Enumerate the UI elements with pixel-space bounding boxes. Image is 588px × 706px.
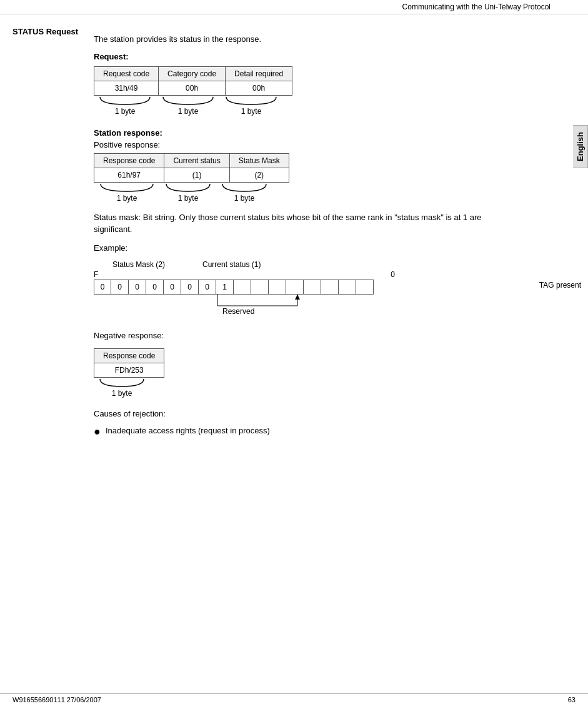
bit-cell-3: 0 xyxy=(146,280,164,295)
byte-label-1: 1 byte xyxy=(178,107,199,116)
bit-cell-5: 0 xyxy=(181,280,199,295)
f-zero-row: F 0 xyxy=(94,270,400,279)
bit-diagram: Status Mask (2) Current status (1) F 0 0… xyxy=(94,260,512,317)
left-bit-cells: 0 0 0 0 0 0 0 1 xyxy=(94,280,234,295)
positive-response-table: Response code Current status Status Mask… xyxy=(94,153,289,183)
positive-brace-row: 1 byte 1 byte 1 byte xyxy=(94,183,512,203)
brace-svg-2 xyxy=(223,96,279,107)
main-content: STATUS Request The station provides its … xyxy=(0,14,550,450)
page-header: Communicating with the Uni-Telway Protoc… xyxy=(0,0,588,14)
request-table: Request code Category code Detail requir… xyxy=(94,66,292,96)
bit-cells-container: 0 0 0 0 0 0 0 1 xyxy=(94,280,512,295)
example-label: Example: xyxy=(94,242,512,255)
current-status-label: Current status (1) xyxy=(202,260,261,269)
svg-marker-4 xyxy=(295,295,300,300)
negative-response-label: Negative response: xyxy=(94,330,512,342)
neg-byte-label: 1 byte xyxy=(112,389,132,398)
page-footer: W916556690111 27/06/2007 63 xyxy=(0,693,588,706)
neg-brace-svg xyxy=(97,378,147,389)
station-response-title: Station response: xyxy=(94,128,512,138)
positive-response-label: Positive response: xyxy=(94,140,512,149)
language-tab: English xyxy=(573,125,588,168)
bit-cell-9 xyxy=(251,280,269,295)
footer-left: W916556690111 27/06/2007 xyxy=(12,696,101,703)
request-table-header-2: Detail required xyxy=(226,66,292,81)
bit-cell-11 xyxy=(286,280,304,295)
f-label: F xyxy=(94,270,98,279)
pos-brace-0: 1 byte xyxy=(94,183,160,203)
pos-brace-2: 1 byte xyxy=(216,183,272,203)
status-request-section: STATUS Request The station provides its … xyxy=(12,27,512,116)
byte-label-2: 1 byte xyxy=(241,107,262,116)
reserved-area: Reserved xyxy=(216,295,254,317)
pos-brace-1: 1 byte xyxy=(160,183,216,203)
pos-table-cell-0: 61h/97 xyxy=(94,168,164,182)
request-table-header-0: Request code xyxy=(94,66,159,81)
reserved-label: Reserved xyxy=(222,307,254,316)
pos-brace-svg-2 xyxy=(219,183,269,194)
request-table-cell-1: 00h xyxy=(159,81,226,95)
bit-cell-8 xyxy=(234,280,251,295)
footer-right: 63 xyxy=(568,696,576,703)
bit-cell-15 xyxy=(356,280,374,295)
bit-cell-13 xyxy=(321,280,339,295)
bit-cell-10 xyxy=(269,280,286,295)
right-bit-cells xyxy=(234,280,374,295)
bullet-item-0: ● Inadequate access rights (request in p… xyxy=(94,426,512,437)
bit-cell-14 xyxy=(339,280,356,295)
byte-label-0: 1 byte xyxy=(115,107,136,116)
bit-diagram-top-labels: Status Mask (2) Current status (1) xyxy=(112,260,512,269)
bit-cell-7: 1 xyxy=(216,280,234,295)
station-response-section: Station response: Positive response: Res… xyxy=(94,128,512,318)
status-mask-label: Status Mask (2) xyxy=(112,260,165,269)
pos-brace-svg-0 xyxy=(97,183,156,194)
request-brace-row: 1 byte 1 byte 1 byte xyxy=(94,96,512,116)
request-brace-2: 1 byte xyxy=(220,96,282,116)
causes-label: Causes of rejection: xyxy=(94,408,512,420)
neg-table-header-0: Response code xyxy=(94,348,164,363)
negative-response-section: Negative response: Response code FDh/253… xyxy=(94,330,512,398)
neg-table-cell-0: FDh/253 xyxy=(94,363,164,377)
bit-cell-2: 0 xyxy=(129,280,146,295)
negative-response-table: Response code FDh/253 xyxy=(94,348,164,378)
bullet-icon: ● xyxy=(94,426,101,437)
bit-cell-1: 0 xyxy=(111,280,129,295)
request-brace-1: 1 byte xyxy=(156,96,220,116)
pos-byte-label-0: 1 byte xyxy=(117,194,137,203)
pos-table-header-1: Current status xyxy=(164,153,229,168)
brace-svg-1 xyxy=(160,96,216,107)
request-label: Request: xyxy=(94,52,512,61)
request-table-cell-0: 31h/49 xyxy=(94,81,159,95)
pos-table-header-2: Status Mask xyxy=(229,153,289,168)
request-brace-0: 1 byte xyxy=(94,96,156,116)
brace-svg-0 xyxy=(97,96,153,107)
header-title: Communicating with the Uni-Telway Protoc… xyxy=(402,3,551,11)
cause-text-0: Inadequate access rights (request in pro… xyxy=(106,426,270,435)
bit-cell-4: 0 xyxy=(164,280,181,295)
pos-brace-svg-1 xyxy=(163,183,213,194)
tag-present-label: TAG present xyxy=(539,281,581,290)
pos-byte-label-2: 1 byte xyxy=(234,194,255,203)
status-request-label: STATUS Request xyxy=(12,27,94,36)
pos-table-header-0: Response code xyxy=(94,153,164,168)
status-request-intro: The station provides its status in the r… xyxy=(94,33,512,46)
pos-table-cell-1: (1) xyxy=(164,168,229,182)
bit-cell-0: 0 xyxy=(94,280,111,295)
pos-table-cell-2: (2) xyxy=(229,168,289,182)
status-mask-desc: Status mask: Bit string. Only those curr… xyxy=(94,211,512,236)
bit-cell-12 xyxy=(304,280,321,295)
neg-brace: 1 byte xyxy=(94,378,150,398)
request-table-cell-2: 00h xyxy=(226,81,292,95)
pos-byte-label-1: 1 byte xyxy=(178,194,199,203)
status-request-content: The station provides its status in the r… xyxy=(94,27,512,116)
zero-label: 0 xyxy=(391,270,395,279)
bit-cell-6: 0 xyxy=(199,280,216,295)
causes-section: Causes of rejection: ● Inadequate access… xyxy=(94,408,512,438)
request-table-header-1: Category code xyxy=(159,66,226,81)
